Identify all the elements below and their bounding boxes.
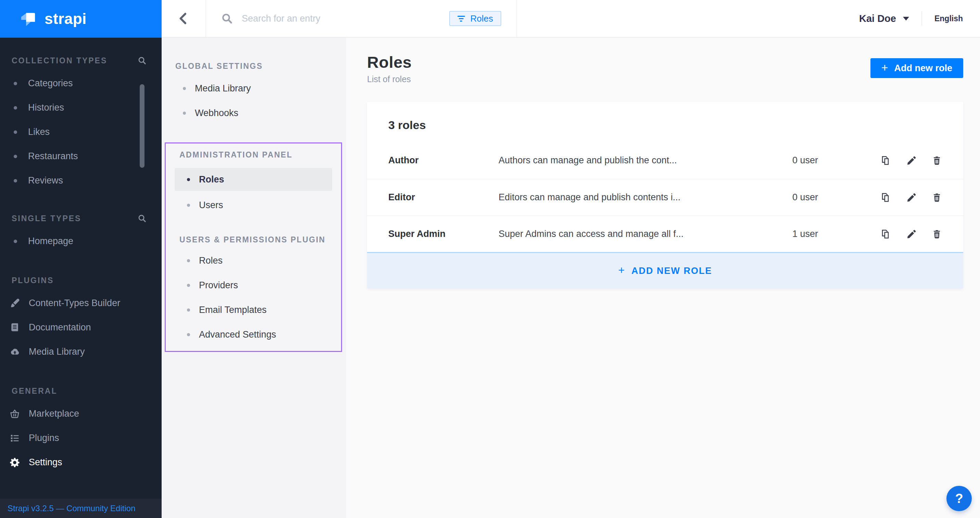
- search-icon[interactable]: [138, 56, 146, 65]
- bullet-icon: [14, 179, 17, 183]
- plus-icon: +: [881, 61, 888, 74]
- delete-role-button[interactable]: [932, 156, 942, 166]
- sidebar-item-media-library[interactable]: Media Library: [0, 340, 162, 364]
- delete-role-button[interactable]: [932, 192, 942, 203]
- settings-item-providers[interactable]: Providers: [166, 273, 341, 297]
- sidebar-item-categories[interactable]: Categories: [0, 71, 162, 95]
- sidebar-item-label: Histories: [28, 102, 64, 113]
- filter-chip-roles[interactable]: Roles: [449, 11, 501, 26]
- sidebar-item-settings[interactable]: Settings: [0, 450, 162, 475]
- sidebar-item-restaurants[interactable]: Restaurants: [0, 144, 162, 168]
- sidebar-item-content-types-builder[interactable]: Content-Types Builder: [0, 291, 162, 315]
- gear-icon: [10, 458, 21, 468]
- bullet-icon: [14, 106, 17, 110]
- edit-icon: [906, 156, 916, 166]
- roles-count: 3 roles: [367, 102, 963, 142]
- sidebar-item-label: Reviews: [28, 175, 63, 186]
- sidebar-item-label: Restaurants: [28, 151, 78, 162]
- trash-icon: [932, 192, 942, 203]
- sidebar-item-homepage[interactable]: Homepage: [0, 229, 162, 253]
- role-description: Authors can manage and publish the cont.…: [499, 155, 792, 166]
- search-icon[interactable]: [138, 214, 146, 223]
- sidebar-section-collection-types: COLLECTION TYPES Categories Histories Li…: [0, 56, 162, 193]
- duplicate-role-button[interactable]: [880, 155, 891, 166]
- settings-item-webhooks[interactable]: Webhooks: [162, 101, 346, 125]
- version-link[interactable]: Strapi v3.2.5 — Community Edition: [0, 499, 162, 518]
- help-button[interactable]: ?: [947, 486, 972, 511]
- duplicate-icon: [880, 192, 891, 203]
- main-content: Roles List of roles + Add new role 3 rol…: [346, 38, 980, 518]
- add-new-role-label: Add new role: [894, 63, 952, 74]
- table-row-author[interactable]: Author Authors can manage and publish th…: [367, 142, 963, 179]
- settings-item-advanced-settings[interactable]: Advanced Settings: [166, 322, 341, 347]
- trash-icon: [932, 156, 942, 166]
- strapi-logo[interactable]: strapi: [0, 0, 162, 38]
- basket-icon: [10, 409, 21, 419]
- settings-item-label: Roles: [199, 174, 224, 185]
- duplicate-role-button[interactable]: [880, 192, 891, 203]
- sidebar-item-label: Likes: [28, 127, 50, 137]
- edit-icon: [906, 229, 916, 239]
- back-button[interactable]: [162, 0, 206, 37]
- search-input[interactable]: [242, 13, 440, 24]
- duplicate-role-button[interactable]: [880, 229, 891, 240]
- role-user-count: 1 user: [792, 229, 880, 239]
- settings-item-email-templates[interactable]: Email Templates: [166, 297, 341, 322]
- edit-role-button[interactable]: [906, 156, 916, 166]
- settings-item-users[interactable]: Users: [166, 193, 341, 218]
- settings-group-users-permissions: USERS & PERMISSIONS PLUGIN Roles Provide…: [166, 235, 341, 347]
- sidebar-item-label: Homepage: [28, 236, 73, 246]
- footer-button-label: ADD NEW ROLE: [632, 266, 712, 276]
- divider: [921, 11, 922, 26]
- sidebar-item-label: Marketplace: [29, 408, 79, 419]
- plus-icon: +: [618, 264, 625, 276]
- bullet-icon: [187, 333, 190, 336]
- edit-icon: [906, 192, 916, 203]
- sidebar-item-reviews[interactable]: Reviews: [0, 168, 162, 193]
- add-new-role-button[interactable]: + Add new role: [870, 58, 963, 78]
- delete-role-button[interactable]: [932, 229, 942, 239]
- role-description: Editors can manage and publish contents …: [499, 192, 792, 203]
- duplicate-icon: [880, 229, 891, 240]
- settings-group-label: USERS & PERMISSIONS PLUGIN: [166, 235, 341, 245]
- user-menu[interactable]: Kai Doe: [859, 13, 909, 24]
- bullet-icon: [14, 82, 17, 85]
- role-user-count: 0 user: [792, 155, 880, 166]
- sidebar-section-single-types: SINGLE TYPES Homepage: [0, 213, 162, 253]
- edit-role-button[interactable]: [906, 192, 916, 203]
- bullet-icon: [14, 240, 17, 243]
- edit-role-button[interactable]: [906, 229, 916, 239]
- filter-icon: [457, 16, 465, 22]
- sidebar-item-label: Categories: [28, 78, 73, 89]
- language-button[interactable]: English: [934, 14, 963, 23]
- sidebar-item-likes[interactable]: Likes: [0, 120, 162, 144]
- role-user-count: 0 user: [792, 192, 880, 203]
- role-description: Super Admins can access and manage all f…: [499, 229, 792, 239]
- settings-group-administration: ADMINISTRATION PANEL Roles Users: [166, 149, 341, 218]
- bullet-icon: [187, 178, 190, 181]
- add-new-role-footer-button[interactable]: + ADD NEW ROLE: [367, 252, 963, 289]
- settings-item-label: Webhooks: [195, 108, 238, 118]
- brand-name: strapi: [45, 10, 87, 27]
- sidebar-item-plugins[interactable]: Plugins: [0, 426, 162, 450]
- filter-chip-label: Roles: [471, 13, 493, 24]
- sidebar-item-label: Content-Types Builder: [29, 298, 120, 308]
- cloud-upload-icon: [10, 347, 21, 357]
- settings-item-label: Roles: [199, 256, 223, 266]
- table-row-editor[interactable]: Editor Editors can manage and publish co…: [367, 179, 963, 215]
- settings-item-up-roles[interactable]: Roles: [166, 248, 341, 273]
- table-row-super-admin[interactable]: Super Admin Super Admins can access and …: [367, 215, 963, 252]
- settings-item-roles-active[interactable]: Roles: [175, 168, 332, 191]
- bullet-icon: [183, 87, 186, 90]
- sidebar-item-histories[interactable]: Histories: [0, 95, 162, 120]
- section-label: GENERAL: [12, 386, 57, 396]
- sidebar-item-marketplace[interactable]: Marketplace: [0, 402, 162, 426]
- sidebar-item-documentation[interactable]: Documentation: [0, 315, 162, 340]
- settings-item-label: Providers: [199, 280, 238, 291]
- settings-item-label: Media Library: [195, 83, 251, 94]
- strapi-logo-icon: [19, 11, 38, 27]
- scrollbar-thumb[interactable]: [140, 84, 145, 168]
- role-name: Editor: [388, 192, 499, 203]
- search-bar: Roles: [206, 0, 517, 37]
- settings-item-media-library[interactable]: Media Library: [162, 76, 346, 101]
